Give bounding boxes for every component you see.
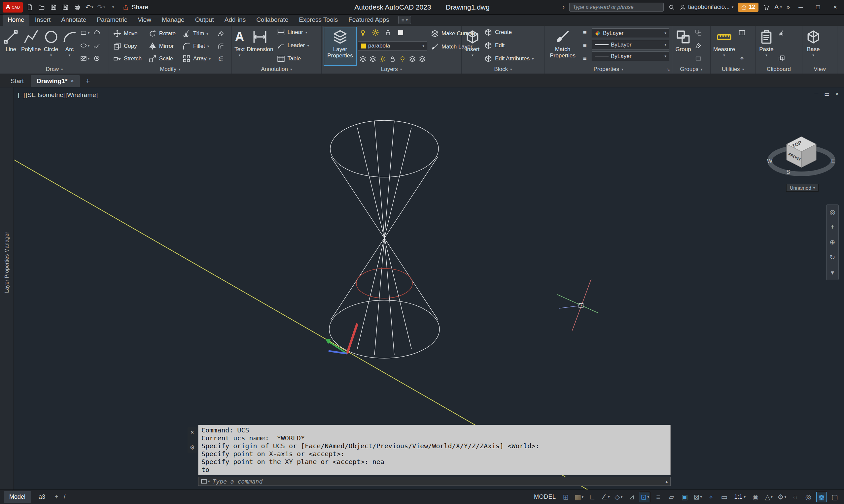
- base-button[interactable]: Base▾: [805, 28, 822, 65]
- panel-label-layers[interactable]: Layers▾: [322, 65, 461, 74]
- account-button[interactable]: tiagobonifacio...▾: [679, 4, 734, 11]
- search-icon[interactable]: [668, 4, 675, 11]
- new-drawing-tab-button[interactable]: +: [83, 76, 93, 86]
- view-control[interactable]: [SE Isometric]: [26, 91, 65, 98]
- osnap-icon[interactable]: ⊡▾: [640, 492, 650, 502]
- layer-unisolate-icon[interactable]: [368, 54, 378, 64]
- id-point-icon[interactable]: ⌖: [737, 54, 747, 63]
- dynamic-input-icon[interactable]: ▭: [719, 492, 729, 502]
- panel-label-properties[interactable]: Properties▾↘: [545, 65, 672, 74]
- object-color-list-icon[interactable]: ≡: [580, 28, 590, 37]
- polar-tracking-icon[interactable]: ∠▾: [600, 492, 610, 502]
- dimension-button[interactable]: Dimension: [247, 28, 273, 65]
- tab-parametric[interactable]: Parametric: [92, 15, 132, 26]
- dynamic-ucs-icon[interactable]: ⌖: [706, 492, 716, 502]
- edit-block-button[interactable]: Edit: [483, 41, 535, 50]
- donut-icon[interactable]: [92, 54, 102, 63]
- model-space-button[interactable]: MODEL: [534, 493, 558, 500]
- close-tab-icon[interactable]: ×: [71, 78, 74, 85]
- scale-button[interactable]: Scale: [147, 54, 177, 63]
- orbit-icon[interactable]: ↻: [830, 253, 836, 261]
- plot-icon[interactable]: [72, 2, 82, 12]
- tab-manage[interactable]: Manage: [157, 15, 190, 26]
- expand-history-icon[interactable]: ▴: [665, 479, 668, 484]
- annotation-scale-button[interactable]: 1:1▾: [732, 493, 747, 500]
- hatch-icon[interactable]: ▾: [80, 54, 90, 63]
- close-command-icon[interactable]: ×: [191, 429, 194, 436]
- panel-label-clipboard[interactable]: Clipboard: [756, 65, 802, 74]
- drawing-canvas[interactable]: W S E TOP FRONT [−] [SE Isometric] [Wire…: [14, 87, 844, 489]
- ellipse-icon[interactable]: ▾: [80, 41, 90, 50]
- edit-attributes-button[interactable]: Edit Attributes▾: [483, 54, 535, 63]
- layer-isolate-icon[interactable]: [358, 54, 368, 64]
- grid-icon[interactable]: ⊞: [561, 492, 571, 502]
- selection-cycling-icon[interactable]: ▣: [679, 492, 690, 502]
- save-icon[interactable]: [49, 2, 58, 12]
- erase-icon[interactable]: [216, 29, 226, 38]
- minimize-button[interactable]: ─: [794, 4, 807, 11]
- close-button[interactable]: ×: [829, 4, 841, 11]
- line-button[interactable]: Line: [3, 28, 19, 65]
- rectangle-icon[interactable]: ▾: [80, 28, 90, 37]
- viewport-close-icon[interactable]: ×: [836, 91, 839, 97]
- group-edit-icon[interactable]: [693, 41, 703, 50]
- workspace-gear-icon[interactable]: ⚙▾: [777, 492, 787, 502]
- share-button[interactable]: Share: [122, 4, 148, 11]
- workspace-switcher-button[interactable]: ≡▾: [398, 16, 411, 24]
- tab-insert[interactable]: Insert: [30, 15, 56, 26]
- revision-cloud-icon[interactable]: [92, 28, 102, 37]
- panel-label-modify[interactable]: Modify▾: [109, 65, 231, 74]
- text-button[interactable]: AText▾: [235, 28, 245, 65]
- object-color-dropdown[interactable]: ByLayer▾: [592, 29, 669, 38]
- polyline-button[interactable]: Polyline: [21, 28, 41, 65]
- pan-icon[interactable]: +: [830, 223, 834, 231]
- panel-label-groups[interactable]: Groups▾: [672, 65, 710, 74]
- isodraft-icon[interactable]: ◇▾: [613, 492, 624, 502]
- tab-home[interactable]: Home: [3, 15, 29, 26]
- maximize-button[interactable]: □: [812, 4, 824, 11]
- mirror-button[interactable]: Mirror: [147, 42, 177, 51]
- lineweight-icon[interactable]: ≡: [653, 492, 664, 502]
- snap-icon[interactable]: ▦▾: [573, 492, 584, 502]
- linetype-dropdown[interactable]: ByLayer▾: [592, 52, 669, 61]
- array-button[interactable]: Array▾: [181, 54, 212, 63]
- autocad-logo[interactable]: ACAD: [3, 2, 23, 13]
- explode-icon[interactable]: ∈: [216, 54, 226, 63]
- create-block-button[interactable]: Create: [483, 28, 535, 37]
- command-settings-wrench-icon[interactable]: ⚙: [190, 444, 195, 451]
- copy-clip-icon[interactable]: [777, 54, 787, 63]
- layer-color-swatch[interactable]: [396, 28, 406, 37]
- move-button[interactable]: Move: [111, 29, 143, 38]
- arc-button[interactable]: Arc▾: [62, 28, 78, 65]
- undo-icon[interactable]: ↶▾: [84, 2, 94, 12]
- leader-button[interactable]: Leader▾: [275, 41, 310, 50]
- layer-properties-palette-tab[interactable]: Layer Properties Manager: [0, 87, 14, 489]
- trial-days-badge[interactable]: ◷12: [738, 3, 758, 12]
- match-properties-button[interactable]: Match Properties: [548, 28, 578, 65]
- cut-icon[interactable]: [777, 28, 787, 37]
- redo-icon[interactable]: ↷▾: [96, 2, 106, 12]
- command-history[interactable]: Command: UCS Current ucs name: *WORLD* S…: [198, 425, 671, 475]
- panel-label-draw[interactable]: Draw▾: [0, 65, 109, 74]
- clean-screen-icon[interactable]: ▢: [829, 492, 840, 502]
- command-prompt-icon[interactable]: ▾: [201, 479, 210, 484]
- linetype-list-icon[interactable]: ≡: [580, 54, 590, 63]
- trim-button[interactable]: Trim▾: [181, 29, 212, 38]
- layer-merge-icon[interactable]: [408, 54, 417, 64]
- qat-customize-icon[interactable]: ▾: [108, 2, 118, 12]
- model-tab[interactable]: Model: [4, 491, 31, 503]
- layer-properties-button[interactable]: Layer Properties: [324, 28, 356, 65]
- viewport-menu-control[interactable]: [−]: [18, 91, 25, 98]
- viewport-restore-icon[interactable]: ▭: [824, 91, 829, 97]
- tab-annotate[interactable]: Annotate: [56, 15, 91, 26]
- autoscale-icon[interactable]: △▾: [763, 492, 774, 502]
- paste-button[interactable]: Paste▾: [758, 28, 775, 65]
- ucs-name-dropdown[interactable]: Unnamed ▾: [786, 184, 819, 192]
- annotation-visibility-icon[interactable]: ◉: [750, 492, 761, 502]
- lineweight-list-icon[interactable]: ≡: [580, 41, 590, 50]
- linear-button[interactable]: Linear▾: [275, 28, 310, 37]
- osnap-3d-icon[interactable]: ⊠▾: [692, 492, 703, 502]
- copy-button[interactable]: Copy: [111, 42, 143, 51]
- layer-lock-icon[interactable]: [383, 28, 393, 37]
- graphics-performance-icon[interactable]: ▩: [816, 492, 827, 502]
